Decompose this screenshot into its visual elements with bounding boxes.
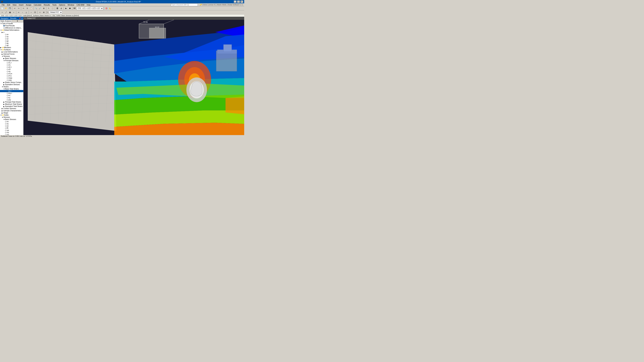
tree-taumin[interactable]: τmin: [0, 79, 23, 81]
print-btn[interactable]: 🖨: [59, 7, 63, 10]
radio-tauyz[interactable]: [5, 130, 6, 131]
nav-pin-button[interactable]: 📌: [19, 17, 21, 19]
tree-sigmatm[interactable]: σT,m: [0, 72, 23, 75]
tree-members[interactable]: ▶ 📁 Members: [0, 46, 23, 49]
new-btn[interactable]: 📄: [0, 7, 4, 10]
tree-equiv-stress[interactable]: ▶ Equivalent Stresses: [0, 83, 23, 86]
radio-final-results[interactable]: [3, 25, 5, 26]
tree-gammaxy[interactable]: γxy: [0, 99, 23, 101]
support-btn[interactable]: △: [24, 11, 28, 14]
grid-btn[interactable]: ⊞: [42, 11, 46, 14]
menu-window[interactable]: Window: [66, 4, 75, 6]
paste-btn[interactable]: 📋: [29, 7, 33, 10]
tree-elastic-stress[interactable]: ▶ Elastic Stress Components: [0, 81, 23, 83]
radio-uy[interactable]: [5, 36, 6, 37]
radio-rl[interactable]: [5, 128, 6, 129]
tree-surfaces[interactable]: ▼ 📁 Surfaces: [0, 49, 23, 51]
nav-close-button[interactable]: ✕: [21, 17, 23, 19]
radio-taum[interactable]: [7, 71, 8, 72]
nav-tab-2[interactable]: ▼: [12, 20, 24, 22]
member-btn[interactable]: ═: [17, 11, 20, 14]
surface-btn[interactable]: ▦: [8, 11, 12, 14]
tree-epsx-m[interactable]: εx,-: [0, 94, 23, 96]
radio-sigma1p[interactable]: [7, 62, 8, 63]
tree-local-deform[interactable]: ▶ Local Deformations: [0, 51, 23, 53]
tree-solid-stresses[interactable]: ▼ Stresses: [0, 116, 23, 118]
save-btn[interactable]: 💾: [8, 7, 12, 10]
copy-btn[interactable]: ⎘: [26, 7, 29, 10]
radio-tauxy[interactable]: [5, 134, 6, 135]
tree-isotropic[interactable]: ▶ Isotropic Characteristics: [0, 110, 23, 112]
tree-sigma2m[interactable]: σ2-: [0, 68, 23, 70]
load-case-select[interactable]: CO2 · LC1 + LC2 + LC3 + LC4: [76, 7, 103, 10]
radio-sigma1m[interactable]: [7, 64, 8, 66]
menu-edit[interactable]: Edit: [6, 4, 11, 6]
search-input[interactable]: [171, 3, 198, 6]
snap-btn[interactable]: ⊹: [38, 11, 42, 14]
tree-equiv-total[interactable]: ▶ Equivalent Total Strains: [0, 105, 23, 107]
menu-insert[interactable]: Insert: [18, 4, 24, 6]
tree-shape[interactable]: ▶ Shape: [0, 112, 23, 114]
undo-btn[interactable]: ↩: [13, 7, 16, 10]
load-btn[interactable]: ↓: [21, 11, 24, 14]
tree-final-results[interactable]: Final Results: [0, 25, 23, 27]
viewport-canvas[interactable]: 75.00 60.00: [24, 20, 244, 135]
view-xyz-btn[interactable]: 🎯: [104, 7, 108, 10]
radio-gammaxy[interactable]: [7, 99, 8, 100]
label-btn[interactable]: Ⓐ: [33, 11, 37, 14]
radio-sigmay[interactable]: [5, 123, 6, 124]
radio-ux[interactable]: [5, 34, 6, 35]
node-btn[interactable]: •: [0, 11, 4, 14]
menu-results[interactable]: Results: [43, 4, 51, 6]
radio-taumin[interactable]: [7, 80, 8, 81]
tree-epsy-m[interactable]: εy,-: [0, 96, 23, 99]
tree-u[interactable]: ▶ u: [0, 31, 23, 33]
tree-taumax[interactable]: τmax: [0, 77, 23, 79]
menu-help[interactable]: Help: [86, 4, 92, 6]
tree-tauyz[interactable]: τyz: [0, 129, 23, 131]
zoom-all-btn[interactable]: ⊞: [42, 7, 46, 10]
viewport[interactable]: 1 - Global XYZ: [24, 17, 244, 135]
radio-sigmax[interactable]: [5, 121, 6, 122]
dim-btn[interactable]: ↔: [29, 11, 33, 14]
stop-btn[interactable]: ⏹: [68, 7, 72, 10]
tree-sigma1p[interactable]: σ1,+: [0, 62, 23, 64]
radio-sigma2p[interactable]: [7, 66, 8, 68]
radio-uz[interactable]: [5, 38, 6, 39]
tree-uy[interactable]: uy: [0, 35, 23, 38]
render-btn[interactable]: 🖼: [56, 7, 59, 10]
tree-type-results[interactable]: ▼ Type of results: [0, 22, 23, 25]
tree-basic-stresses[interactable]: ▶ Basic Stresses: [0, 57, 23, 59]
tree-max-total[interactable]: ▶ Maximum Total Strains: [0, 103, 23, 105]
radio-phiz[interactable]: [5, 45, 6, 46]
radio-tauxz[interactable]: [5, 132, 6, 133]
select-box-btn[interactable]: ⬚: [51, 7, 54, 10]
tree-epsxy-p[interactable]: εxy,+: [0, 92, 23, 94]
radio-sigma2m[interactable]: [7, 69, 8, 70]
tree-internal-forces[interactable]: ▶ Internal Forces: [0, 53, 23, 55]
tree-diff-initial[interactable]: Differences to initial state: [0, 27, 23, 29]
tree-sigma2p[interactable]: σ2,+: [0, 66, 23, 68]
nav-tab-static-analysis[interactable]: Static Analysis: [0, 20, 12, 22]
radio-sigmats[interactable]: [7, 75, 8, 77]
redo-btn[interactable]: ↪: [17, 7, 20, 10]
zoom-in-btn[interactable]: 🔍: [34, 7, 38, 10]
tree-stresses[interactable]: ▼ Stresses: [0, 55, 23, 57]
tree-tauxy[interactable]: τxy: [0, 134, 23, 135]
radio-taumax[interactable]: [7, 77, 8, 79]
tree-principal-stresses[interactable]: ▼ Principal Stresses: [0, 59, 23, 62]
view-select[interactable]: Global XYZ: [49, 11, 62, 14]
tree-contact-stress[interactable]: ▶ Contact Stresses: [0, 107, 23, 110]
tree-solid-basic-stresses[interactable]: ▼ Basic Stresses: [0, 118, 23, 120]
tree-ux[interactable]: ux: [0, 33, 23, 35]
tree-sigmaz[interactable]: σz: [0, 125, 23, 127]
window-controls[interactable]: _ □ ✕: [234, 0, 243, 3]
menu-calculate[interactable]: Calculate: [33, 4, 42, 6]
radio-epsx-m[interactable]: [7, 95, 8, 96]
radio-phix[interactable]: [5, 40, 6, 42]
tree-uz[interactable]: uz: [0, 38, 23, 40]
tree-rl[interactable]: Rl: [0, 127, 23, 129]
tree-global-def[interactable]: ▼ 📁 Global Deformations: [0, 29, 23, 31]
select-btn[interactable]: ↖: [47, 7, 50, 10]
radio-sigmaz[interactable]: [5, 125, 6, 127]
